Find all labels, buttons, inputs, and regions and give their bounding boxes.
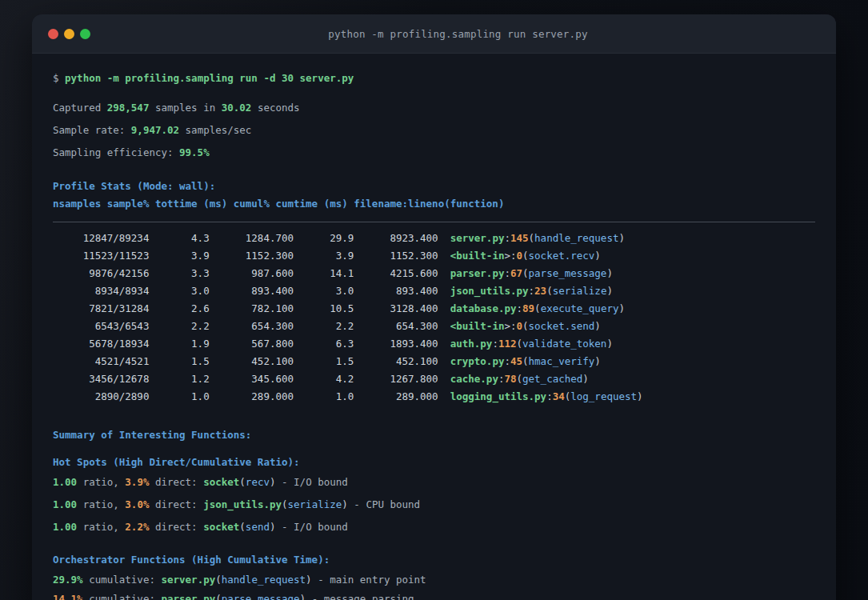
hot-spots-title: Hot Spots (High Direct/Cumulative Ratio)…	[53, 454, 815, 471]
sample-rate-line: Sample rate: 9,947.02 samples/sec	[53, 122, 815, 139]
hot-spots-list: 1.00 ratio, 3.9% direct: socket(recv) - …	[53, 474, 815, 536]
orchestrator-line: 14.1% cumulative: parser.py(parse_messag…	[53, 590, 815, 600]
hot-spot-line: 1.00 ratio, 3.9% direct: socket(recv) - …	[53, 474, 815, 491]
table-row: 2890/2890 1.0 289.000 1.0 289.000 loggin…	[53, 388, 815, 406]
orchestrator-line: 29.9% cumulative: server.py(handle_reque…	[53, 571, 815, 589]
terminal-window: python -m profiling.sampling run server.…	[32, 14, 836, 600]
sampling-efficiency-line: Sampling efficiency: 99.5%	[53, 144, 815, 162]
terminal-content: $ python -m profiling.sampling run -d 30…	[32, 70, 836, 600]
table-row: 9876/42156 3.3 987.600 14.1 4215.600 par…	[53, 265, 815, 282]
profile-stats-title: Profile Stats (Mode: wall):	[53, 178, 815, 195]
orchestrator-list: 29.9% cumulative: server.py(handle_reque…	[53, 571, 815, 600]
table-columns-header: nsamples sample% tottime (ms) cumul% cum…	[53, 195, 815, 213]
window-title: python -m profiling.sampling run server.…	[104, 28, 812, 40]
minimize-button[interactable]	[64, 29, 74, 39]
summary-title: Summary of Interesting Functions:	[53, 426, 815, 444]
profile-stats-table: 12847/89234 4.3 1284.700 29.9 8923.400 s…	[53, 230, 815, 406]
table-row: 6543/6543 2.2 654.300 2.2 654.300 <built…	[53, 318, 815, 335]
table-row: 11523/11523 3.9 1152.300 3.9 1152.300 <b…	[53, 247, 815, 265]
table-row: 4521/4521 1.5 452.100 1.5 452.100 crypto…	[53, 353, 815, 370]
traffic-lights	[32, 29, 104, 39]
orchestrator-title: Orchestrator Functions (High Cumulative …	[53, 551, 815, 569]
zoom-button[interactable]	[80, 29, 90, 39]
hot-spot-line: 1.00 ratio, 3.0% direct: json_utils.py(s…	[53, 496, 815, 514]
table-row: 12847/89234 4.3 1284.700 29.9 8923.400 s…	[53, 230, 815, 247]
table-row: 3456/12678 1.2 345.600 4.2 1267.800 cach…	[53, 370, 815, 388]
title-bar: python -m profiling.sampling run server.…	[32, 14, 836, 54]
table-row: 8934/8934 3.0 893.400 3.0 893.400 json_u…	[53, 282, 815, 300]
captured-samples-line: Captured 298,547 samples in 30.02 second…	[53, 99, 815, 117]
table-row: 5678/18934 1.9 567.800 6.3 1893.400 auth…	[53, 335, 815, 353]
command-line: $ python -m profiling.sampling run -d 30…	[53, 70, 815, 87]
hot-spot-line: 1.00 ratio, 2.2% direct: socket(send) - …	[53, 518, 815, 536]
table-row: 7821/31284 2.6 782.100 10.5 3128.400 dat…	[53, 300, 815, 318]
close-button[interactable]	[48, 29, 58, 39]
table-divider	[53, 222, 815, 222]
